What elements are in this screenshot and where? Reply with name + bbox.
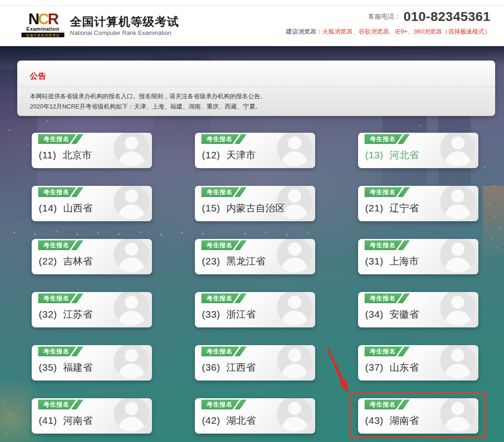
province-name: 山东省 — [389, 362, 419, 373]
province-code: (21) — [365, 203, 383, 213]
province-label: (35)福建省 — [39, 361, 92, 374]
service-phone-row: 客服电话： 010-82345361 — [286, 9, 490, 24]
site-title: 全国计算机等级考试 — [70, 15, 179, 28]
province-code: (42) — [202, 415, 220, 426]
province-name: 江西省 — [226, 362, 255, 373]
province-name: 辽宁省 — [389, 203, 419, 213]
province-card-33[interactable]: 考生报名 (33)浙江省 — [195, 292, 315, 327]
examinee-registration-badge: 考生报名 — [201, 187, 247, 197]
ncre-logo-examination-text: Examination — [21, 27, 64, 32]
province-label: (36)江西省 — [202, 361, 255, 374]
province-card-37[interactable]: 考生报名 (37)山东省 — [358, 345, 478, 381]
examinee-registration-badge: 考生报名 — [365, 293, 410, 303]
province-code: (34) — [365, 309, 383, 320]
examinee-registration-badge: 考生报名 — [201, 293, 247, 303]
header-top-divider — [0, 5, 504, 6]
province-name: 福建省 — [63, 362, 92, 373]
avatar-icon — [440, 345, 476, 379]
province-code: (31) — [365, 256, 383, 266]
avatar-icon — [114, 345, 149, 379]
province-name: 吉林省 — [63, 256, 92, 266]
city-background: 公告 本网站提供各省级承办机构的报名入口。报名细则，请关注各省级承办机构的报名公… — [0, 46, 504, 442]
province-name: 湖南省 — [389, 415, 419, 426]
province-card-11[interactable]: 考生报名 (11)北京市 — [32, 133, 152, 168]
province-code: (35) — [39, 362, 57, 373]
province-name: 湖北省 — [226, 415, 255, 426]
service-phone-number: 010-82345361 — [403, 9, 490, 24]
ncre-logo-letters: NCR — [21, 12, 64, 26]
avatar-icon — [440, 186, 476, 219]
province-label: (31)上海市 — [365, 255, 419, 268]
examinee-registration-badge: 考生报名 — [38, 293, 83, 303]
announcement-body: 本网站提供各省级承办机构的报名入口。报名细则，请关注各省级承办机构的报名公告。 … — [30, 91, 483, 112]
province-card-23[interactable]: 考生报名 (23)黑龙江省 — [195, 239, 315, 274]
ncre-logo-bar-text: 全国计算机等级考试 — [21, 33, 64, 37]
province-card-32[interactable]: 考生报名 (32)江苏省 — [32, 292, 152, 327]
province-card-36[interactable]: 考生报名 (36)江西省 — [195, 345, 315, 381]
province-code: (13) — [365, 150, 383, 160]
province-label: (13)河北省 — [365, 149, 419, 162]
site-title-block: 全国计算机等级考试 National Computer Rank Examina… — [70, 12, 179, 37]
province-card-34[interactable]: 考生报名 (34)安徽省 — [358, 292, 478, 327]
province-code: (33) — [202, 309, 220, 320]
province-card-42[interactable]: 考生报名 (42)湖北省 — [195, 398, 315, 434]
province-name: 安徽省 — [389, 309, 419, 320]
examinee-registration-badge: 考生报名 — [38, 347, 83, 356]
province-card-35[interactable]: 考生报名 (35)福建省 — [32, 345, 152, 381]
avatar-icon — [114, 398, 149, 432]
examinee-registration-badge: 考生报名 — [365, 240, 410, 250]
province-code: (14) — [39, 203, 57, 213]
province-label: (33)浙江省 — [202, 308, 255, 321]
province-card-31[interactable]: 考生报名 (31)上海市 — [358, 239, 478, 274]
avatar-icon — [277, 133, 312, 166]
province-label: (22)吉林省 — [39, 255, 92, 268]
province-name: 内蒙古自治区 — [226, 203, 285, 213]
avatar-icon — [277, 239, 312, 272]
announcement-line-1: 本网站提供各省级承办机构的报名入口。报名细则，请关注各省级承办机构的报名公告。 — [30, 91, 483, 102]
province-label: (12)天津市 — [202, 149, 255, 162]
avatar-icon — [277, 292, 312, 326]
avatar-icon — [440, 239, 476, 272]
avatar-icon — [277, 345, 312, 379]
examinee-registration-badge: 考生报名 — [201, 400, 247, 409]
examinee-registration-badge: 考生报名 — [201, 240, 247, 250]
province-label: (41)河南省 — [39, 414, 92, 427]
examinee-registration-badge: 考生报名 — [365, 347, 410, 356]
examinee-registration-badge: 考生报名 — [38, 240, 83, 250]
examinee-registration-badge: 考生报名 — [38, 400, 83, 409]
ncre-logo: NCR Examination 全国计算机等级考试 — [21, 12, 64, 37]
province-code: (23) — [202, 256, 220, 266]
province-label: (23)黑龙江省 — [202, 255, 265, 268]
avatar-icon — [440, 398, 476, 432]
province-card-13[interactable]: 考生报名 (13)河北省 — [358, 133, 478, 168]
province-card-14[interactable]: 考生报名 (14)山西省 — [32, 186, 152, 221]
province-card-12[interactable]: 考生报名 (12)天津市 — [195, 133, 315, 168]
province-card-43[interactable]: 考生报名 (43)湖南省 — [358, 398, 478, 434]
province-card-21[interactable]: 考生报名 (21)辽宁省 — [358, 186, 478, 221]
province-name: 河南省 — [63, 415, 92, 426]
browser-recommendation-text: 火狐浏览器、谷歌浏览器、IE9+、360浏览器（选择极速模式） — [322, 28, 490, 35]
province-code: (12) — [202, 150, 220, 160]
avatar-icon — [114, 133, 149, 166]
announcement-divider — [17, 87, 495, 87]
announcement-panel: 公告 本网站提供各省级承办机构的报名入口。报名细则，请关注各省级承办机构的报名公… — [17, 61, 495, 116]
province-grid: 考生报名 (11)北京市 考生报名 (12)天津市 考生报名 (13)河北省 考… — [32, 133, 478, 434]
province-label: (11)北京市 — [39, 149, 92, 162]
browser-recommendation-row: 建议浏览器：火狐浏览器、谷歌浏览器、IE9+、360浏览器（选择极速模式） — [286, 27, 490, 36]
province-name: 黑龙江省 — [226, 256, 265, 266]
province-code: (36) — [202, 362, 220, 373]
site-subtitle: National Computer Rank Examination — [70, 30, 179, 37]
header-contact-block: 客服电话： 010-82345361 建议浏览器：火狐浏览器、谷歌浏览器、IE9… — [286, 9, 490, 36]
province-card-22[interactable]: 考生报名 (22)吉林省 — [32, 239, 152, 274]
province-name: 江苏省 — [63, 309, 92, 320]
announcement-line-2: 2020年12月NCRE开考省级机构如下：天津、上海、福建、湖南、重庆、西藏、宁… — [30, 102, 483, 112]
examinee-registration-badge: 考生报名 — [365, 400, 410, 409]
avatar-icon — [440, 292, 476, 326]
province-code: (32) — [39, 309, 57, 320]
examinee-registration-badge: 考生报名 — [201, 347, 247, 356]
province-label: (21)辽宁省 — [365, 202, 419, 215]
province-label: (43)湖南省 — [365, 414, 419, 427]
province-card-41[interactable]: 考生报名 (41)河南省 — [32, 398, 152, 434]
announcement-title: 公告 — [30, 71, 47, 82]
province-card-15[interactable]: 考生报名 (15)内蒙古自治区 — [195, 186, 315, 221]
